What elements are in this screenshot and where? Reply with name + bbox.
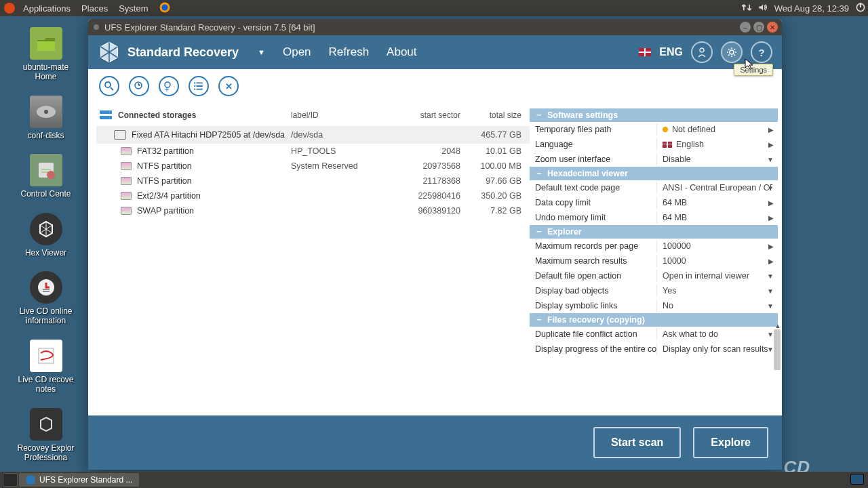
disk-name: Fixed ATA Hitachi HDP72505 at /dev/sda <box>132 130 285 140</box>
remove-button[interactable]: ✕ <box>218 76 239 96</box>
chevron-right-icon: ▶ <box>768 141 774 148</box>
chevron-right-icon: ▶ <box>768 258 774 265</box>
help-button[interactable]: ? <box>751 41 772 63</box>
partition-size: 7.82 GB <box>460 206 521 216</box>
desktop-icon-home[interactable]: ubuntu-mate Home <box>7 27 85 82</box>
chevron-right-icon: ▶ <box>768 199 774 207</box>
settings-button[interactable] <box>721 41 743 63</box>
language-selector[interactable]: ENG <box>659 46 683 58</box>
firefox-icon[interactable] <box>153 1 176 16</box>
desktop-icon-livecd-notes[interactable]: Live CD recove notes <box>7 340 85 394</box>
window-titlebar[interactable]: UFS Explorer Standard Recovery - version… <box>88 19 782 35</box>
disk-size: 465.77 GB <box>460 130 521 140</box>
scroll-up-icon[interactable]: ▲ <box>774 323 782 329</box>
section-explorer[interactable]: Explorer <box>530 225 778 239</box>
tray-app-icon[interactable] <box>850 474 864 485</box>
task-label: UFS Explorer Standard ... <box>39 475 132 485</box>
panel-menu-places[interactable]: Places <box>76 3 113 14</box>
partition-icon <box>121 162 132 170</box>
power-icon[interactable] <box>856 3 865 14</box>
chevron-down-icon: ▼ <box>767 302 774 310</box>
find-lost-button[interactable] <box>129 76 149 96</box>
setting-zoom[interactable]: Zoom user interfaceDisable▼ <box>530 152 778 167</box>
tooltip-settings: Settings <box>734 64 773 76</box>
svg-point-16 <box>194 82 195 83</box>
desktop-icon-conf-disks[interactable]: conf-disks <box>7 96 85 140</box>
storage-disk-row[interactable]: Fixed ATA Hitachi HDP72505 at /dev/sda /… <box>96 126 530 144</box>
window-close-button[interactable]: ✕ <box>767 22 778 33</box>
section-hexviewer[interactable]: Hexadecimal viewer <box>530 167 778 180</box>
partition-row[interactable]: NTFS partition2117836897.66 GB <box>96 174 530 188</box>
setting-symlinks[interactable]: Display symbolic linksNo▼ <box>530 298 778 313</box>
explore-button[interactable]: Explore <box>693 427 768 458</box>
partition-row[interactable]: Ext2/3/4 partition225980416350.20 GB <box>96 188 530 203</box>
setting-bad-objects[interactable]: Display bad objectsYes▼ <box>530 283 778 298</box>
setting-search[interactable]: Maximum search results10000▶ <box>530 253 778 268</box>
panel-menu-system[interactable]: System <box>113 3 153 14</box>
chevron-down-icon: ▼ <box>767 184 774 192</box>
svg-rect-20 <box>100 116 112 119</box>
desktop-icon-livecd-info[interactable]: Live CD online information <box>7 271 85 326</box>
partition-size: 350.20 GB <box>460 191 521 201</box>
app-brand: Standard Recovery <box>127 45 239 60</box>
col-label: label/ID <box>291 110 386 120</box>
window-maximize-button[interactable]: ▢ <box>753 22 764 33</box>
start-scan-button[interactable]: Start scan <box>593 427 681 458</box>
menu-open[interactable]: Open <box>283 45 311 59</box>
partition-icon <box>121 192 132 200</box>
gear-icon <box>726 47 737 58</box>
menu-about[interactable]: About <box>387 45 416 59</box>
sound-icon[interactable] <box>758 3 768 14</box>
section-recovery[interactable]: Files recovery (copying) <box>530 313 778 327</box>
disk-icon <box>114 130 126 140</box>
scroll-thumb[interactable] <box>774 329 781 370</box>
app-footer: Start scan Explore <box>88 415 782 470</box>
window-minimize-button[interactable]: – <box>740 22 751 33</box>
setting-undo-limit[interactable]: Undo memory limit64 MB▶ <box>530 210 778 225</box>
desktop-icon-label: Hex Viewer <box>7 248 85 258</box>
partition-label: System Reserved <box>291 161 386 171</box>
taskbar-entry[interactable]: UFS Explorer Standard ... <box>19 473 139 487</box>
chevron-right-icon: ▶ <box>768 126 774 134</box>
desktop-icon-hex-viewer[interactable]: Hex Viewer <box>7 213 85 258</box>
setting-records[interactable]: Maximum records per page100000▶ <box>530 239 778 253</box>
desktop-icon-control-center[interactable]: Control Cente <box>7 154 85 199</box>
refine-button[interactable] <box>159 76 179 96</box>
show-list-button[interactable] <box>189 76 209 96</box>
setting-dup-conflict[interactable]: Duplicate file conflict actionAsk what t… <box>530 327 778 342</box>
settings-pane: Software settings Temporary files pathNo… <box>530 99 782 415</box>
chevron-right-icon: ▶ <box>768 243 774 250</box>
setting-codepage[interactable]: Default text code pageANSI - Central Eur… <box>530 180 778 195</box>
panel-menu-applications[interactable]: Applications <box>18 3 76 14</box>
account-button[interactable] <box>691 41 713 63</box>
setting-tmp-path[interactable]: Temporary files pathNot defined▶ <box>530 122 778 137</box>
setting-progress[interactable]: Display progress of the entire co...Disp… <box>530 342 778 357</box>
partition-row[interactable]: SWAP partition9603891207.82 GB <box>96 203 530 218</box>
setting-open-action[interactable]: Default file open actionOpen in internal… <box>530 268 778 283</box>
scan-button[interactable] <box>99 76 119 96</box>
settings-scrollbar[interactable]: ▲ ▼ <box>774 323 782 415</box>
col-size: total size <box>460 110 521 120</box>
storages-icon <box>99 110 113 121</box>
section-software[interactable]: Software settings <box>530 108 778 122</box>
partition-size: 97.66 GB <box>460 176 521 186</box>
desktop-icon-label: conf-disks <box>7 131 85 140</box>
panel-clock[interactable]: Wed Aug 28, 12:39 <box>774 3 849 14</box>
network-icon[interactable] <box>742 3 751 14</box>
svg-point-1 <box>162 4 168 10</box>
setting-copy-limit[interactable]: Data copy limit64 MB▶ <box>530 195 778 210</box>
setting-language[interactable]: LanguageEnglish▶ <box>530 137 778 152</box>
desktop-icon-recovery-explorer[interactable]: Recovey Explor Professiona <box>7 408 85 463</box>
partition-sector: 960389120 <box>386 206 460 216</box>
partition-row[interactable]: FAT32 partitionHP_TOOLS204810.01 GB <box>96 144 530 159</box>
close-icon: ✕ <box>225 81 233 92</box>
partition-sector: 225980416 <box>386 191 460 201</box>
app-logo: Standard Recovery <box>98 41 239 64</box>
menu-caret-icon[interactable]: ▼ <box>258 48 265 56</box>
menu-refresh[interactable]: Refresh <box>329 45 370 59</box>
show-desktop-button[interactable] <box>3 473 18 487</box>
storage-table-header: Connected storages label/ID start sector… <box>96 99 530 126</box>
app-header: Standard Recovery ▼ Open Refresh About E… <box>88 35 782 69</box>
svg-rect-19 <box>100 110 112 114</box>
partition-row[interactable]: NTFS partitionSystem Reserved20973568100… <box>96 159 530 174</box>
